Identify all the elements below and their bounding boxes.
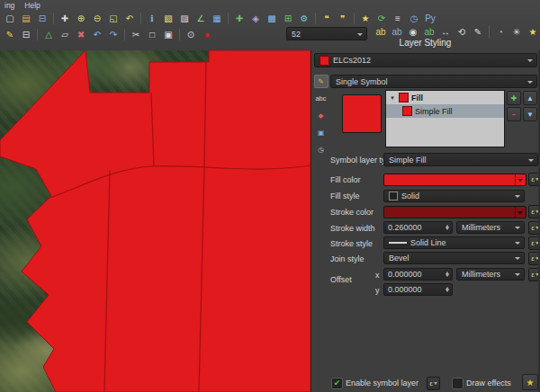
layer-selector[interactable]: ELCs2012: [314, 53, 537, 67]
override-icon: ε: [531, 224, 535, 232]
layer-labeling-icon[interactable]: ab: [374, 25, 388, 39]
masks-tab[interactable]: ◆: [314, 109, 328, 122]
stroke-color-button[interactable]: [383, 206, 526, 218]
project-open-icon[interactable]: ▤: [19, 12, 33, 25]
bookmark-icon[interactable]: ★: [358, 12, 373, 25]
toolbar-separator: [489, 26, 490, 38]
add-symbol-layer-button[interactable]: ✚: [507, 91, 521, 105]
processing-toolbox-icon[interactable]: ⚙: [297, 12, 311, 25]
symbol-layer-type-combo[interactable]: Simple Fill: [383, 153, 538, 166]
add-feature-icon[interactable]: △: [41, 28, 56, 41]
enable-symbol-layer-checkbox[interactable]: ✔: [331, 378, 343, 389]
effects-star-button[interactable]: ★: [522, 374, 538, 390]
stroke-style-combo[interactable]: Solid Line: [383, 236, 525, 249]
select-features-icon[interactable]: ▧: [161, 12, 176, 25]
renderer-combo[interactable]: Single Symbol: [330, 75, 537, 88]
history-tab[interactable]: ◷: [314, 143, 328, 156]
annotation-icon[interactable]: ❞: [336, 12, 350, 25]
offset-unit-value: Millimeters: [462, 270, 500, 279]
snapping-icon[interactable]: ⊙: [184, 28, 198, 41]
move-label-icon[interactable]: ↔: [438, 25, 453, 39]
tree-simple-fill-label: Simple Fill: [415, 107, 453, 116]
zoom-last-icon[interactable]: ↶: [122, 12, 137, 25]
offset-unit-combo[interactable]: Millimeters: [456, 268, 525, 281]
add-vector-layer-icon[interactable]: ◈: [248, 12, 263, 25]
effects-icon[interactable]: ✳: [509, 25, 524, 39]
offset-x-label: x: [375, 271, 380, 280]
stroke-width-spinbox[interactable]: 0.260000: [383, 221, 453, 234]
favorites-icon[interactable]: ★: [526, 25, 540, 39]
stroke-width-label: Stroke width: [330, 224, 375, 233]
rule-labeling-icon[interactable]: ab: [390, 25, 404, 39]
fill-style-combo[interactable]: Solid: [383, 190, 525, 202]
offset-y-value: 0.000000: [388, 285, 422, 294]
deselect-icon[interactable]: ▨: [177, 12, 192, 25]
zoom-out-icon[interactable]: ⊖: [90, 12, 104, 25]
toolbar-separator: [53, 13, 54, 24]
rotate-label-icon[interactable]: ⟲: [454, 25, 469, 39]
record-icon[interactable]: ●: [200, 28, 214, 41]
vertex-tool-icon[interactable]: ▱: [58, 28, 72, 41]
paste-features-icon[interactable]: ▣: [161, 28, 176, 41]
stroke-width-unit-combo[interactable]: Millimeters: [456, 221, 525, 234]
map-tips-icon[interactable]: ❝: [320, 12, 334, 25]
change-label-icon[interactable]: ✎: [471, 25, 485, 39]
offset-x-spinbox[interactable]: 0.000000: [383, 268, 453, 281]
redo-icon[interactable]: ↷: [106, 28, 121, 41]
stroke-width-unit-value: Millimeters: [462, 223, 500, 232]
toggle-editing-icon[interactable]: ✎: [3, 28, 17, 41]
join-style-label: Join style: [330, 254, 364, 263]
star-icon: ★: [526, 378, 535, 388]
pin-labels-icon[interactable]: ◉: [406, 25, 420, 39]
remove-symbol-layer-button[interactable]: −: [507, 107, 521, 121]
fill-style-label: Fill style: [330, 192, 360, 200]
cut-features-icon[interactable]: ✂: [129, 28, 143, 41]
offset-y-spinbox[interactable]: 0.000000: [383, 283, 453, 296]
symbology-tab[interactable]: ✎: [314, 75, 328, 88]
new-layer-icon[interactable]: ✚: [232, 12, 247, 25]
zoom-in-icon[interactable]: ⊕: [74, 12, 88, 25]
copy-features-icon[interactable]: □: [145, 28, 159, 41]
project-save-icon[interactable]: ⊟: [35, 12, 50, 25]
menu-item-help[interactable]: Help: [24, 1, 40, 10]
join-style-combo[interactable]: Bevel: [383, 252, 525, 264]
override-icon: ε: [531, 208, 535, 216]
tree-row-fill[interactable]: ▾ Fill: [386, 91, 504, 104]
fill-swatch-icon: [399, 93, 409, 102]
panel-title: Layer Styling: [310, 38, 540, 50]
menu-item[interactable]: ing: [4, 1, 14, 10]
layer-swatch: [320, 56, 329, 66]
diagram-options-icon[interactable]: ◔: [493, 25, 508, 39]
project-new-icon[interactable]: ▢: [3, 12, 17, 25]
zoom-full-icon[interactable]: ◱: [106, 12, 121, 25]
layer-styling-panel: ELCs2012 ✎abc◆▣◷ Single Symbol ▾ Fill Si…: [310, 50, 540, 392]
attribute-table-icon[interactable]: ▦: [210, 12, 224, 25]
delete-selected-icon[interactable]: ✖: [74, 28, 88, 41]
fill-color-button[interactable]: [383, 174, 526, 186]
renderer-value: Single Symbol: [336, 77, 388, 86]
stroke-style-value: Solid Line: [410, 238, 446, 247]
measure-icon[interactable]: ∠: [194, 12, 208, 25]
undo-icon[interactable]: ↶: [90, 28, 104, 41]
save-edits-icon[interactable]: ⊟: [19, 28, 33, 41]
enable-symbol-layer-label: Enable symbol layer: [346, 379, 418, 388]
toolbar-separator: [124, 29, 125, 40]
override-icon: ε: [429, 379, 433, 388]
draw-effects-checkbox[interactable]: [452, 378, 464, 389]
fill-style-swatch-icon: [389, 192, 398, 200]
enable-override-button[interactable]: ε: [427, 377, 440, 390]
pan-map-icon[interactable]: ✚: [58, 12, 72, 25]
map-canvas[interactable]: [0, 50, 310, 392]
move-down-button[interactable]: ▼: [523, 107, 537, 121]
move-up-button[interactable]: ▲: [523, 91, 537, 105]
identify-icon[interactable]: ℹ: [145, 12, 159, 25]
expander-icon[interactable]: ▾: [389, 94, 396, 102]
add-raster-layer-icon[interactable]: ▩: [265, 12, 279, 25]
add-csv-layer-icon[interactable]: ⊞: [281, 12, 295, 25]
view3d-tab[interactable]: ▣: [314, 126, 328, 139]
tree-row-simple-fill[interactable]: Simple Fill: [386, 104, 504, 118]
highlight-labels-icon[interactable]: ab: [422, 25, 436, 39]
offset-label: Offset: [330, 275, 352, 284]
labels-tab[interactable]: abc: [314, 92, 328, 105]
toolbar-separator: [315, 13, 316, 24]
